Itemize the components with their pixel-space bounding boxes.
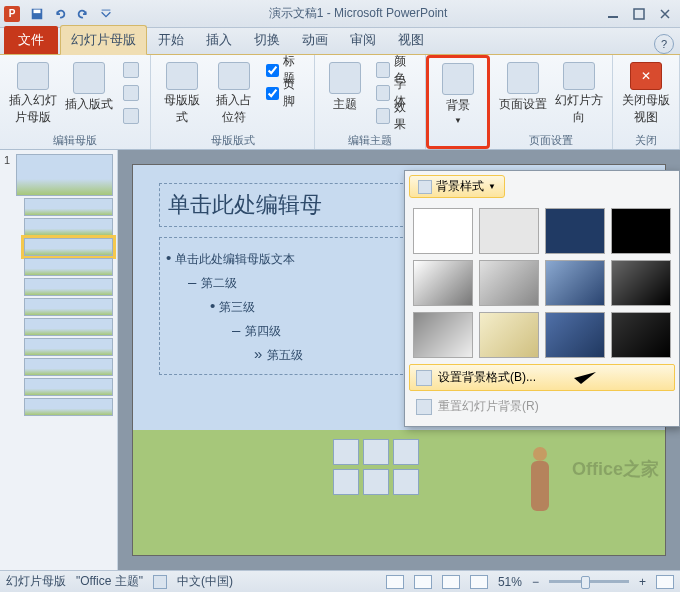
title-bar: P 演示文稿1 - Microsoft PowerPoint — [0, 0, 680, 28]
layout-thumbnail[interactable] — [24, 198, 113, 216]
save-icon — [30, 7, 44, 21]
master-number: 1 — [4, 154, 14, 416]
master-thumbnail[interactable] — [16, 154, 113, 196]
media-icon[interactable] — [393, 469, 419, 495]
layout-thumbnail[interactable] — [24, 278, 113, 296]
layout-thumbnail[interactable] — [24, 318, 113, 336]
background-swatch[interactable] — [479, 312, 539, 358]
layout-thumbnail[interactable] — [24, 298, 113, 316]
reading-view-button[interactable] — [442, 575, 460, 589]
background-swatch-grid — [409, 204, 675, 362]
title-check[interactable] — [266, 64, 279, 77]
minimize-icon — [607, 8, 619, 20]
background-swatch[interactable] — [479, 208, 539, 254]
footer-checkbox[interactable]: 页脚 — [261, 82, 308, 104]
smartart-icon[interactable] — [393, 439, 419, 465]
tab-view[interactable]: 视图 — [387, 25, 435, 54]
zoom-out-button[interactable]: − — [532, 575, 539, 589]
background-swatch[interactable] — [611, 208, 671, 254]
tab-review[interactable]: 审阅 — [339, 25, 387, 54]
status-theme: "Office 主题" — [76, 573, 143, 590]
master-layout-button[interactable]: 母版版式 — [157, 59, 207, 129]
group-close: ✕关闭母版视图 关闭 — [613, 55, 680, 149]
close-master-view-button[interactable]: ✕关闭母版视图 — [619, 59, 673, 129]
background-swatch[interactable] — [413, 260, 473, 306]
reset-icon — [416, 399, 432, 415]
group-label: 编辑母版 — [4, 131, 146, 150]
help-button[interactable]: ? — [654, 34, 674, 54]
tab-slide-master[interactable]: 幻灯片母版 — [60, 25, 147, 55]
status-language[interactable]: 中文(中国) — [177, 573, 233, 590]
background-swatch[interactable] — [545, 208, 605, 254]
preserve-icon — [123, 108, 139, 124]
background-styles-dropdown[interactable]: 背景样式▼ — [409, 175, 505, 198]
chart-icon[interactable] — [363, 439, 389, 465]
table-icon[interactable] — [333, 439, 359, 465]
save-button[interactable] — [26, 3, 48, 25]
themes-button[interactable]: 主题 — [321, 59, 369, 129]
preserve-button[interactable] — [118, 105, 144, 127]
tab-transition[interactable]: 切换 — [243, 25, 291, 54]
layout-thumbnail[interactable] — [24, 218, 113, 236]
sorter-view-button[interactable] — [414, 575, 432, 589]
close-master-icon: ✕ — [630, 62, 662, 90]
tab-home[interactable]: 开始 — [147, 25, 195, 54]
fit-to-window-button[interactable] — [656, 575, 674, 589]
picture-icon[interactable] — [333, 469, 359, 495]
status-bar: 幻灯片母版 "Office 主题" 中文(中国) 51% − + — [0, 570, 680, 592]
layout-thumbnail[interactable] — [24, 238, 113, 256]
background-swatch[interactable] — [545, 260, 605, 306]
format-background-menuitem[interactable]: 设置背景格式(B)... — [409, 364, 675, 391]
background-swatch[interactable] — [479, 260, 539, 306]
maximize-button[interactable] — [628, 4, 650, 24]
background-swatch[interactable] — [611, 260, 671, 306]
layout-thumbnail[interactable] — [24, 258, 113, 276]
zoom-level[interactable]: 51% — [498, 575, 522, 589]
layout-thumbnail[interactable] — [24, 398, 113, 416]
background-swatch[interactable] — [413, 208, 473, 254]
normal-view-button[interactable] — [386, 575, 404, 589]
paint-icon — [418, 180, 432, 194]
tab-animation[interactable]: 动画 — [291, 25, 339, 54]
qat-customize[interactable] — [95, 3, 117, 25]
layout-thumbnail[interactable] — [24, 338, 113, 356]
layout-thumbnail[interactable] — [24, 378, 113, 396]
background-button[interactable]: 背景▼ — [431, 60, 485, 130]
undo-icon — [53, 7, 67, 21]
undo-button[interactable] — [49, 3, 71, 25]
insert-layout-button[interactable]: 插入版式 — [62, 59, 116, 129]
group-label: 母版版式 — [155, 131, 310, 150]
group-label: 编辑主题 — [319, 131, 421, 150]
close-button[interactable] — [654, 4, 676, 24]
clipart-icon[interactable] — [363, 469, 389, 495]
background-swatch[interactable] — [545, 312, 605, 358]
redo-button[interactable] — [72, 3, 94, 25]
ribbon-tabs: 文件 幻灯片母版 开始 插入 切换 动画 审阅 视图 ? — [0, 28, 680, 54]
slideshow-view-button[interactable] — [470, 575, 488, 589]
effects-button[interactable]: 效果 — [371, 105, 419, 127]
status-spellcheck-icon[interactable] — [153, 575, 167, 589]
tab-file[interactable]: 文件 — [4, 26, 58, 54]
layout-thumbnail[interactable] — [24, 358, 113, 376]
master-layout-icon — [166, 62, 198, 90]
status-view-mode: 幻灯片母版 — [6, 573, 66, 590]
delete-button[interactable] — [118, 59, 144, 81]
effects-icon — [376, 108, 390, 124]
zoom-slider[interactable] — [549, 580, 629, 583]
zoom-in-button[interactable]: + — [639, 575, 646, 589]
thumbnail-pane[interactable]: 1 — [0, 150, 118, 570]
rename-button[interactable] — [118, 82, 144, 104]
minimize-button[interactable] — [602, 4, 624, 24]
background-swatch[interactable] — [611, 312, 671, 358]
page-setup-button[interactable]: 页面设置 — [496, 59, 550, 129]
content-placeholder-icons[interactable] — [333, 439, 419, 465]
slide-orientation-button[interactable]: 幻灯片方向 — [552, 59, 606, 129]
svg-rect-2 — [102, 9, 111, 10]
tab-insert[interactable]: 插入 — [195, 25, 243, 54]
content-placeholder-icons-2[interactable] — [333, 469, 419, 495]
insert-placeholder-button[interactable]: 插入占位符 — [209, 59, 259, 129]
insert-slide-master-button[interactable]: 插入幻灯片母版 — [6, 59, 60, 129]
background-swatch[interactable] — [413, 312, 473, 358]
slide-master-icon — [17, 62, 49, 90]
footer-check[interactable] — [266, 87, 279, 100]
